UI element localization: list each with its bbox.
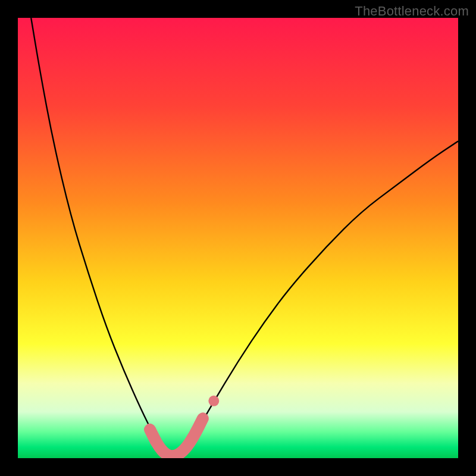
bottleneck-chart (18, 18, 458, 458)
gradient-background (18, 18, 458, 458)
watermark-text: TheBottleneck.com (355, 4, 469, 19)
highlight-dot (208, 396, 219, 406)
chart-frame: TheBottleneck.com (0, 0, 476, 476)
plot-area (18, 18, 458, 458)
